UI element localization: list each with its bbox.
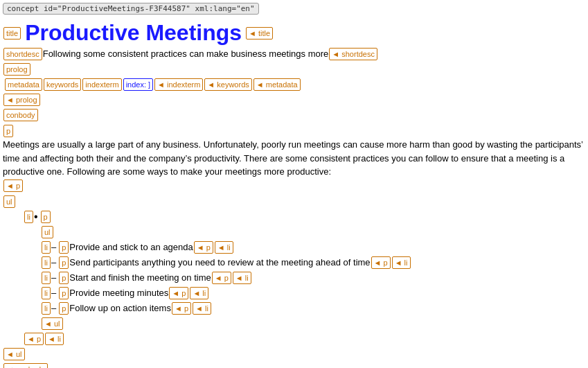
- list-item-text: Send participants anything you need to r…: [69, 256, 370, 270]
- li-open-tag: li: [42, 287, 51, 299]
- list-item-row: li – p Provide and stick to an agenda ◄ …: [3, 240, 585, 254]
- paragraph-row: p Meetings are usually a large part of a…: [3, 124, 585, 193]
- shortdesc-text: Following some consistent practices can …: [43, 47, 329, 61]
- title-open-tag: title: [3, 27, 21, 40]
- top-bar-text: concept id="ProductiveMeetings-F3F44587"…: [7, 4, 255, 13]
- li-open-tag: li: [42, 241, 51, 254]
- keywords-open-tag: keywords: [44, 78, 81, 91]
- conbody-open-row: conbody: [3, 108, 585, 122]
- p-close-tag: ◄ p: [3, 179, 23, 192]
- list-item-text: Start and finish the meeting on time: [69, 271, 211, 285]
- p-close-tag: ◄ p: [169, 287, 188, 299]
- li-open-tag: li: [42, 256, 51, 269]
- title-row: title Productive Meetings ◄ title: [3, 20, 585, 46]
- p-close-tag: ◄ p: [194, 241, 213, 254]
- prolog-close-row: ◄ prolog: [3, 93, 585, 107]
- first-p-close: ◄ p: [24, 333, 44, 345]
- title-close-tag: ◄ title: [246, 27, 273, 40]
- list-item-row: li – p Send participants anything you ne…: [3, 256, 585, 270]
- list-item-row: li – p Follow up on action items ◄ p ◄ l…: [3, 301, 585, 315]
- shortdesc-open-tag: shortdesc: [3, 48, 42, 60]
- metadata-row: metadata keywords indexterm index: ] ◄ i…: [3, 78, 585, 91]
- p-open-tag: p: [3, 125, 13, 137]
- prolog-close-tag: ◄ prolog: [3, 94, 40, 106]
- main-title: Productive Meetings: [25, 20, 242, 46]
- li-close-tag: ◄ li: [392, 256, 411, 269]
- list-item-text: Provide meeting minutes: [69, 286, 168, 300]
- p-open-tag: p: [59, 302, 69, 315]
- conbody-close-row: ◄ conbody: [3, 362, 585, 369]
- li-close-tag: ◄ li: [193, 302, 211, 315]
- list-item-text: Follow up on action items: [69, 301, 171, 315]
- keywords-close-tag: ◄ keywords: [204, 78, 251, 91]
- li-close-tag: ◄ li: [233, 272, 251, 284]
- conbody-close-tag: ◄ conbody: [3, 363, 48, 369]
- metadata-close-tag: ◄ metadata: [253, 78, 301, 91]
- prolog-open-tag: prolog: [3, 63, 30, 76]
- ul-open-tag: ul: [3, 195, 15, 208]
- ul-close-row: ◄ ul: [3, 347, 585, 361]
- list-item-row: li – p Provide meeting minutes ◄ p ◄ li: [3, 286, 585, 300]
- indexterm-open-tag: indexterm: [82, 78, 121, 91]
- ul-open-row: ul: [3, 195, 585, 209]
- bullet-char: •: [34, 211, 38, 223]
- li-open-tag: li: [42, 272, 51, 284]
- p-open-tag: p: [59, 287, 69, 299]
- first-li-close: ◄ li: [45, 333, 64, 345]
- prolog-row: prolog: [3, 62, 585, 76]
- top-bar: concept id="ProductiveMeetings-F3F44587"…: [3, 3, 259, 15]
- p-close-tag: ◄ p: [212, 272, 231, 284]
- indexterm-close-tag: ◄ indexterm: [154, 78, 203, 91]
- nested-ul-close-tag: ◄ ul: [42, 317, 63, 330]
- list-item-text: Provide and stick to an agenda: [69, 240, 193, 254]
- ul-close-tag: ◄ ul: [3, 348, 25, 360]
- p-close-tag: ◄ p: [172, 302, 191, 315]
- metadata-open-tag: metadata: [5, 78, 42, 91]
- p-close-tag: ◄ p: [371, 256, 391, 269]
- p-open-tag: p: [59, 272, 69, 284]
- paragraph-text: Meetings are usually a large part of any…: [3, 138, 585, 179]
- nested-ul-row: ul: [3, 225, 585, 239]
- shortdesc-row: shortdesc Following some consistent prac…: [3, 47, 585, 61]
- nested-ul-tag: ul: [42, 226, 53, 238]
- conbody-open-tag: conbody: [3, 109, 38, 121]
- li-close-tag: ◄ li: [215, 241, 233, 254]
- nested-ul-close-row: ◄ ul: [3, 317, 585, 331]
- first-li-open-tag: li: [24, 211, 33, 223]
- li-open-tag: li: [42, 302, 51, 315]
- first-li-row: li • p: [3, 210, 585, 224]
- index-bracket: index: ]: [123, 78, 153, 91]
- p-open-tag: p: [59, 256, 69, 269]
- p-open-tag: p: [59, 241, 69, 254]
- li-close-tag: ◄ li: [190, 287, 208, 299]
- first-li-p-tag: p: [41, 211, 51, 223]
- first-li-close-row: ◄ p ◄ li: [3, 332, 585, 346]
- list-item-row: li – p Start and finish the meeting on t…: [3, 271, 585, 285]
- shortdesc-close-tag: ◄ shortdesc: [329, 48, 377, 60]
